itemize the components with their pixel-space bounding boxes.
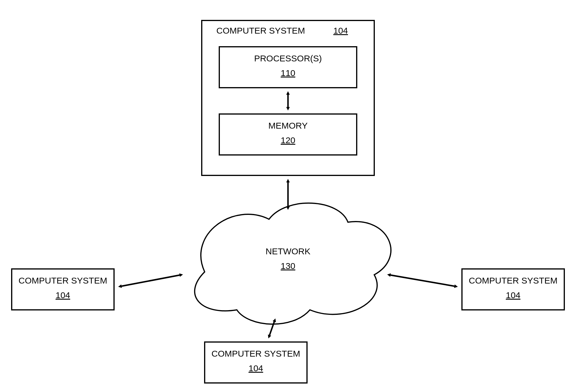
memory-ref: 120 <box>281 135 295 145</box>
bottom-system-label: COMPUTER SYSTEM <box>211 349 300 358</box>
main-system-label: COMPUTER SYSTEM <box>216 26 305 35</box>
arrow-right-network <box>389 275 456 286</box>
svg-rect-3 <box>12 269 114 310</box>
bottom-system-ref: 104 <box>249 363 263 373</box>
network-cloud: NETWORK 130 <box>195 203 391 324</box>
arrow-bottom-network <box>269 320 275 337</box>
network-ref: 130 <box>281 261 295 271</box>
bottom-computer-system-block: COMPUTER SYSTEM 104 <box>205 342 307 383</box>
svg-rect-5 <box>205 342 307 383</box>
main-computer-system-block: COMPUTER SYSTEM 104 PROCESSOR(S) 110 MEM… <box>202 20 374 175</box>
processor-label: PROCESSOR(S) <box>254 53 322 63</box>
left-system-label: COMPUTER SYSTEM <box>18 276 107 285</box>
main-system-ref: 104 <box>333 26 348 35</box>
svg-rect-4 <box>462 269 564 310</box>
memory-label: MEMORY <box>268 121 308 130</box>
svg-rect-2 <box>219 114 357 155</box>
network-label: NETWORK <box>265 246 310 256</box>
right-system-label: COMPUTER SYSTEM <box>469 276 557 285</box>
left-computer-system-block: COMPUTER SYSTEM 104 <box>12 269 114 310</box>
left-system-ref: 104 <box>56 290 70 300</box>
right-system-ref: 104 <box>506 290 520 300</box>
processor-ref: 110 <box>281 68 295 78</box>
svg-rect-1 <box>219 47 357 88</box>
right-computer-system-block: COMPUTER SYSTEM 104 <box>462 269 564 310</box>
arrow-left-network <box>120 275 181 286</box>
diagram-canvas: COMPUTER SYSTEM 104 PROCESSOR(S) 110 MEM… <box>0 0 583 392</box>
